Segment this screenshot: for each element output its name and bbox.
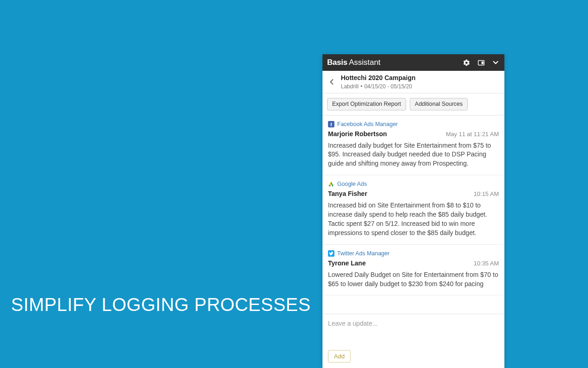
campaign-advertiser: Labdrill [341,83,359,90]
entry-source-link[interactable]: Google Ads [337,181,367,187]
campaign-title: Hottechi 2020 Campaign [341,74,416,82]
add-button[interactable]: Add [328,350,351,362]
log-entry: f Facebook Ads Manager Marjorie Robertso… [322,115,504,176]
campaign-daterange: 04/15/20 - 05/15/20 [364,83,412,90]
facebook-icon: f [328,121,334,127]
campaign-header: Hottechi 2020 Campaign Labdrill•04/15/20… [322,71,504,93]
brand-strong: Basis [327,58,347,67]
brand-light: Assistant [349,58,380,67]
twitter-icon [328,250,334,257]
additional-sources-button[interactable]: Additional Sources [410,98,468,110]
entry-time: 10:15 AM [474,190,499,197]
log-entry: Google Ads Tanya Fisher 10:15 AM Increas… [322,175,504,245]
export-report-button[interactable]: Export Optimization Report [327,98,406,110]
campaign-subtitle: Labdrill•04/15/20 - 05/15/20 [341,83,416,90]
entry-time: May 11 at 11:21 AM [446,131,499,138]
chevron-down-icon[interactable] [492,58,500,67]
action-row: Export Optimization Report Additional So… [322,93,504,115]
entry-author: Tanya Fisher [328,190,367,197]
composer: Add [322,314,504,368]
entry-time: 10:35 AM [474,260,499,267]
svg-point-2 [329,185,331,187]
entry-body: Increased bid on Site Entertainment from… [328,201,499,238]
log-entry: Twitter Ads Manager Tyrone Lane 10:35 AM… [322,245,504,296]
entry-author: Tyrone Lane [328,259,366,267]
entry-source-link[interactable]: Twitter Ads Manager [337,250,390,257]
entry-body: Increased daily budget for Site Entertai… [328,141,499,169]
entries-list: f Facebook Ads Manager Marjorie Robertso… [322,115,504,314]
svg-rect-1 [481,61,483,64]
page-headline: SIMPLIFY LOGGING PROCESSES [11,294,311,315]
assistant-titlebar: Basis Assistant [322,54,504,71]
entry-author: Marjorie Robertson [328,130,387,138]
assistant-panel: Basis Assistant Hottechi 2020 Campaign L… [322,54,504,368]
window-icon[interactable] [477,58,485,67]
update-input[interactable] [328,320,499,345]
entry-source-link[interactable]: Facebook Ads Manager [337,121,398,127]
google-ads-icon [328,181,334,187]
gear-icon[interactable] [462,58,470,67]
back-button[interactable] [325,75,338,88]
entry-body: Lowered Daily Budget on Site for Enterta… [328,270,499,289]
